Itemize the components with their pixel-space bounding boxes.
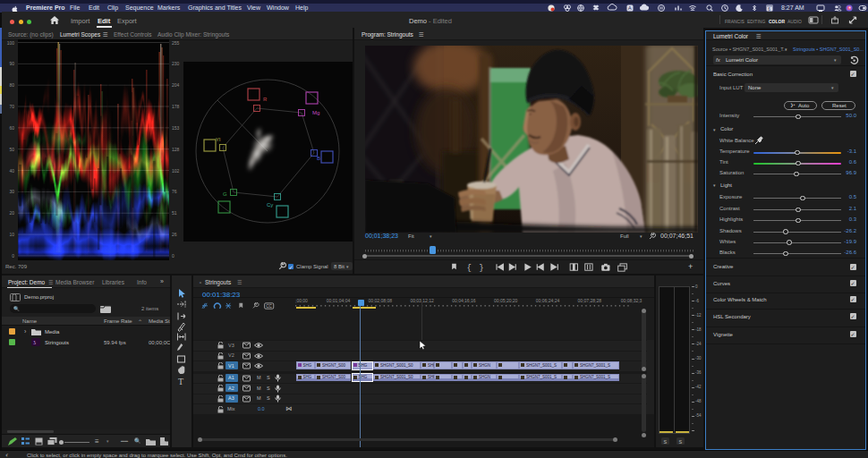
svg-text:00;07;28;28: 00;07;28;28 — [578, 298, 602, 303]
svg-text:Yl: Yl — [216, 137, 220, 142]
svg-text:}: } — [480, 264, 484, 272]
svg-text:Cy: Cy — [267, 202, 273, 208]
svg-text:R: R — [263, 97, 268, 102]
svg-text:;00;00: ;00;00 — [295, 298, 308, 303]
svg-text:00;06;24;24: 00;06;24;24 — [536, 298, 560, 303]
svg-text:Mg: Mg — [312, 110, 319, 115]
svg-text:{: { — [467, 264, 472, 272]
svg-text:00;01;04;04: 00;01;04;04 — [327, 298, 351, 303]
svg-text:00;08;32;3: 00;08;32;3 — [621, 298, 642, 303]
svg-text:00;04;16;16: 00;04;16;16 — [452, 298, 476, 303]
svg-text:G: G — [223, 191, 227, 197]
svg-text:ʖ: ʖ — [33, 339, 36, 346]
svg-text:00;05;20;20: 00;05;20;20 — [494, 298, 518, 303]
svg-text:A: A — [628, 5, 632, 11]
svg-text:00;02;08;08: 00;02;08;08 — [369, 298, 393, 303]
svg-text:T: T — [178, 377, 183, 386]
